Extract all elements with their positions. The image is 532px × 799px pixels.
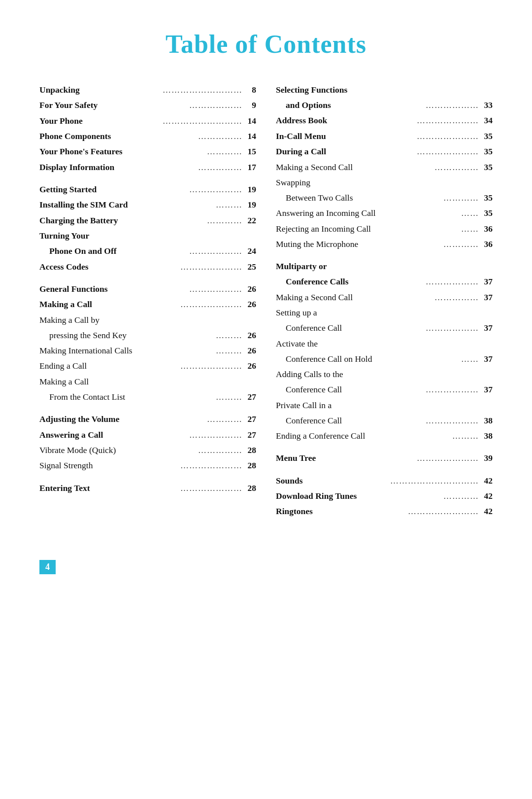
- toc-entry-dots: …………………………: [390, 475, 479, 487]
- toc-entry-title: Multiparty or: [276, 260, 493, 273]
- toc-entry-dots: ………………: [426, 383, 479, 396]
- toc-entry-title: Phone On and Off: [39, 244, 189, 258]
- toc-entry-page: 27: [242, 428, 256, 442]
- toc-entry: Display Information……………17: [39, 161, 256, 174]
- toc-entry-page: 27: [242, 413, 256, 426]
- toc-entry-title: Phone Components: [39, 130, 198, 143]
- toc-entry-title: Adjusting the Volume: [39, 413, 207, 426]
- toc-entry-title: Adding Calls to the: [276, 368, 493, 381]
- toc-entry-title: Turning Your: [39, 229, 256, 243]
- toc-entry-dots: …………………: [180, 261, 242, 274]
- toc-entry-title: Your Phone: [39, 114, 163, 128]
- toc-entry-title: Rejecting an Incoming Call: [276, 222, 461, 236]
- toc-entry: Installing the SIM Card………19: [39, 198, 256, 211]
- toc-entry-title: Answering an Incoming Call: [276, 207, 461, 220]
- toc-entry-title: Entering Text: [39, 482, 180, 495]
- toc-entry-page: 14: [242, 114, 256, 128]
- toc-entry-page: 28: [242, 459, 256, 472]
- toc-entry-page: 37: [479, 275, 493, 288]
- toc-entry-dots: …………………: [180, 360, 242, 373]
- toc-entry-title: Making a Second Call: [276, 291, 434, 304]
- toc-entry-title: Making a Call by: [39, 313, 256, 327]
- toc-entry-title: Muting the Microphone: [276, 238, 443, 251]
- toc-entry: Conference Call………………37: [276, 321, 493, 335]
- toc-entry: Charging the Battery…………22: [39, 214, 256, 227]
- toc-entry: Conference Calls………………37: [276, 275, 493, 288]
- toc-entry-dots: ………………: [189, 283, 242, 296]
- toc-entry-dots: …………: [443, 192, 479, 205]
- toc-entry-title: Sounds: [276, 474, 390, 487]
- toc-entry-dots: ………………: [189, 99, 242, 112]
- toc-entry-page: 35: [479, 161, 493, 174]
- toc-entry-dots: …………: [443, 238, 479, 251]
- toc-entry-title: Installing the SIM Card: [39, 198, 216, 211]
- toc-entry-dots: ……: [461, 223, 479, 236]
- toc-entry-page: 42: [479, 505, 493, 518]
- toc-entry: Phone Components……………14: [39, 130, 256, 143]
- toc-entry-title: Setting up a: [276, 306, 493, 319]
- toc-entry-title: Activate the: [276, 337, 493, 350]
- toc-entry-dots: …………: [207, 413, 242, 426]
- toc-entry-dots: ……………: [198, 130, 242, 143]
- toc-entry-dots: …………………: [417, 114, 479, 127]
- page-title: Table of Contents: [39, 30, 493, 59]
- toc-entry-title: Signal Strength: [39, 459, 180, 472]
- toc-entry-page: 36: [479, 238, 493, 251]
- toc-entry: Private Call in a: [276, 399, 493, 412]
- toc-entry: Making a Call by: [39, 313, 256, 327]
- toc-entry: Making a Second Call……………37: [276, 291, 493, 304]
- toc-entry-title: Your Phone's Features: [39, 145, 207, 158]
- toc-entry-page: 38: [479, 414, 493, 427]
- toc-entry-page: 15: [242, 145, 256, 158]
- toc-entry-dots: …………………: [180, 482, 242, 495]
- toc-entry-dots: …………: [207, 145, 242, 158]
- toc-entry: Ringtones……………………42: [276, 505, 493, 518]
- toc-entry-title: Conference Call: [276, 321, 426, 335]
- toc-entry: Conference Call on Hold……37: [276, 352, 493, 366]
- toc-entry-dots: ……………: [434, 291, 479, 304]
- toc-entry-page: 19: [242, 183, 256, 196]
- page-number: 4: [39, 560, 56, 574]
- toc-entry: Between Two Calls…………35: [276, 191, 493, 205]
- toc-entry-page: 37: [479, 383, 493, 396]
- toc-entry-page: 14: [242, 130, 256, 143]
- toc-entry-dots: ……………: [198, 444, 242, 457]
- toc-entry-title: Conference Call on Hold: [276, 352, 461, 366]
- toc-entry-title: General Functions: [39, 282, 189, 296]
- toc-entry-dots: …………………: [417, 452, 479, 465]
- toc-entry-title: Display Information: [39, 161, 198, 174]
- toc-entry-page: 37: [479, 291, 493, 304]
- toc-entry: Setting up a: [276, 306, 493, 319]
- toc-entry-dots: …………………: [180, 459, 242, 472]
- toc-entry-page: 19: [242, 198, 256, 211]
- toc-entry-page: 26: [242, 282, 256, 296]
- toc-entry: Turning Your: [39, 229, 256, 243]
- toc-entry-title: Selecting Functions: [276, 83, 493, 97]
- toc-entry-dots: …………: [207, 214, 242, 227]
- toc-entry-title: From the Contact List: [39, 390, 216, 404]
- toc-entry-title: and Options: [276, 99, 426, 112]
- toc-entry-dots: ……: [461, 353, 479, 366]
- toc-entry-page: 26: [242, 329, 256, 342]
- toc-entry-title: During a Call: [276, 145, 417, 158]
- toc-entry-title: Conference Calls: [276, 275, 426, 288]
- toc-entry-dots: ………: [452, 430, 479, 443]
- toc-entry: Ending a Call…………………26: [39, 359, 256, 373]
- toc-entry: Answering a Call………………27: [39, 428, 256, 442]
- toc-entry: and Options………………33: [276, 99, 493, 112]
- toc-entry-dots: ………………: [189, 429, 242, 442]
- toc-entry-page: 39: [479, 452, 493, 465]
- toc-entry: Download Ring Tunes…………42: [276, 489, 493, 503]
- toc-entry-dots: ………………: [426, 276, 479, 288]
- toc-entry-title: In-Call Menu: [276, 130, 417, 143]
- toc-entry: Adding Calls to the: [276, 368, 493, 381]
- toc-entry-dots: ………: [216, 345, 242, 357]
- left-column: Unpacking………………………8For Your Safety…………………: [39, 83, 256, 497]
- toc-entry-dots: …………: [443, 490, 479, 503]
- toc-entry: Your Phone's Features…………15: [39, 145, 256, 158]
- toc-entry-page: 9: [242, 99, 256, 112]
- toc-entry: Adjusting the Volume…………27: [39, 413, 256, 426]
- toc-entry-page: 27: [242, 390, 256, 404]
- toc-entry-title: pressing the Send Key: [39, 329, 216, 342]
- toc-entry-title: Making International Calls: [39, 344, 216, 357]
